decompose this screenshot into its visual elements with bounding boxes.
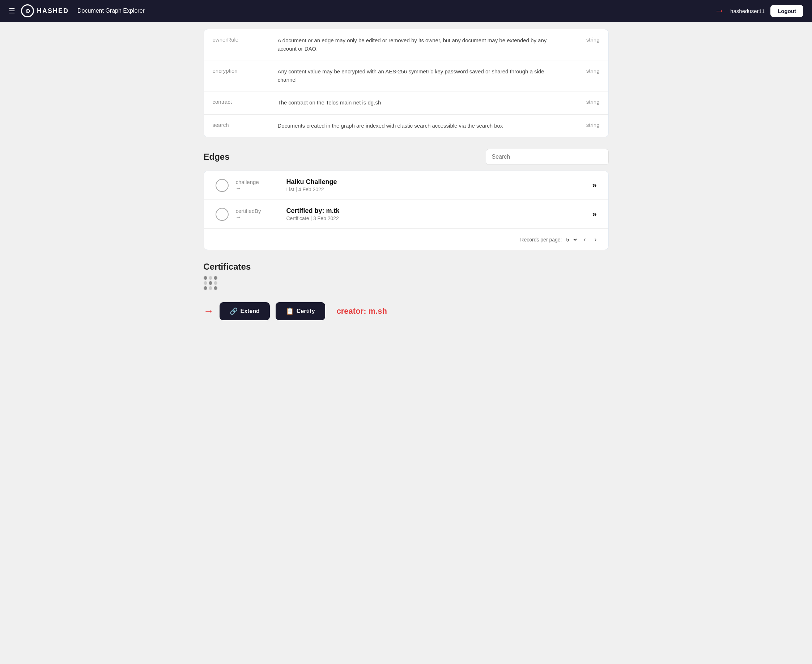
- edge-direction-arrow: →: [236, 214, 241, 220]
- app-title: Document Graph Explorer: [77, 8, 145, 14]
- pagination-next-button[interactable]: ›: [592, 234, 600, 245]
- pagination-label: Records per page:: [520, 237, 562, 242]
- pagination-row: Records per page: 5102550 ‹ ›: [204, 229, 608, 250]
- property-name: search: [213, 122, 278, 128]
- edge-info: Certified by: m.tk Certificate | 3 Feb 2…: [287, 207, 585, 221]
- edge-row: challenge → Haiku Challenge List | 4 Feb…: [204, 171, 608, 200]
- edges-section-header: Edges: [204, 149, 609, 165]
- edge-title: Haiku Challenge: [287, 178, 585, 186]
- properties-table: ownerRule A document or an edge may only…: [204, 29, 609, 137]
- edge-title: Certified by: m.tk: [287, 207, 585, 215]
- loading-spinner: [204, 276, 218, 291]
- logo-text: HASHED: [37, 7, 69, 15]
- edge-direction-arrow: →: [236, 185, 241, 192]
- edge-navigate-button[interactable]: »: [592, 210, 597, 219]
- property-row: ownerRule A document or an edge may only…: [204, 29, 608, 60]
- edge-node-circle: [215, 208, 228, 221]
- edge-subtitle: Certificate | 3 Feb 2022: [287, 215, 585, 221]
- certify-icon: 📋: [286, 307, 294, 315]
- pagination-prev-button[interactable]: ‹: [581, 234, 589, 245]
- logo: ⊙ HASHED: [21, 4, 69, 17]
- extend-arrow-indicator: →: [204, 306, 214, 317]
- main-content: ownerRule A document or an edge may only…: [189, 22, 623, 327]
- extend-label: Extend: [241, 308, 260, 314]
- pagination-select[interactable]: 5102550: [565, 236, 578, 243]
- property-name: contract: [213, 99, 278, 105]
- property-type: string: [564, 99, 600, 105]
- menu-icon[interactable]: ☰: [9, 7, 15, 15]
- property-row: search Documents created in the graph ar…: [204, 115, 608, 137]
- property-description: Documents created in the graph are index…: [278, 122, 564, 130]
- certificates-section: Certificates: [204, 262, 609, 291]
- edge-node-circle: [215, 179, 228, 192]
- edge-type-name: certifiedBy: [236, 208, 261, 214]
- username: hasheduser11: [730, 8, 765, 14]
- edge-subtitle: List | 4 Feb 2022: [287, 187, 585, 192]
- edge-row: certifiedBy → Certified by: m.tk Certifi…: [204, 200, 608, 229]
- edge-type-name: challenge: [236, 179, 259, 185]
- certificates-title: Certificates: [204, 262, 609, 272]
- property-name: encryption: [213, 68, 278, 74]
- header: ☰ ⊙ HASHED Document Graph Explorer → has…: [0, 0, 812, 22]
- action-buttons: → 🔗 Extend 📋 Certify creator: m.sh: [204, 302, 609, 320]
- property-name: ownerRule: [213, 36, 278, 43]
- extend-icon: 🔗: [230, 307, 238, 315]
- edges-title: Edges: [204, 152, 230, 162]
- certify-button[interactable]: 📋 Certify: [276, 302, 325, 320]
- property-type: string: [564, 122, 600, 128]
- property-row: encryption Any content value may be encr…: [204, 60, 608, 91]
- property-description: A document or an edge may only be edited…: [278, 36, 564, 53]
- property-row: contract The contract on the Telos main …: [204, 91, 608, 115]
- logout-button[interactable]: Logout: [770, 5, 803, 17]
- edges-search-input[interactable]: [486, 149, 609, 165]
- property-description: Any content value may be encrypted with …: [278, 68, 564, 84]
- extend-button[interactable]: 🔗 Extend: [220, 302, 270, 320]
- edge-info: Haiku Challenge List | 4 Feb 2022: [287, 178, 585, 192]
- logo-icon: ⊙: [21, 4, 34, 17]
- certify-label: Certify: [297, 308, 315, 314]
- property-type: string: [564, 68, 600, 74]
- edge-type-container: challenge →: [236, 179, 279, 192]
- property-type: string: [564, 36, 600, 43]
- property-description: The contract on the Telos main net is dg…: [278, 99, 564, 107]
- edges-table: challenge → Haiku Challenge List | 4 Feb…: [204, 171, 609, 250]
- edge-type-container: certifiedBy →: [236, 208, 279, 220]
- username-arrow-indicator: →: [714, 5, 724, 16]
- edge-navigate-button[interactable]: »: [592, 181, 597, 190]
- creator-text: creator: m.sh: [337, 306, 387, 316]
